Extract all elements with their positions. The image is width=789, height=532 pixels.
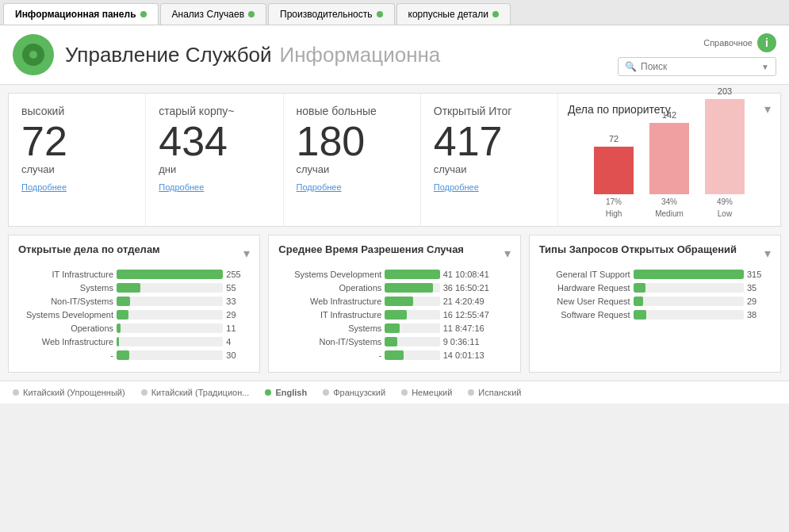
hbar-fill <box>117 283 140 293</box>
tab-parts[interactable]: корпусные детали <box>396 3 511 25</box>
list-item: General IT Support 315 <box>539 270 771 279</box>
footer-lang-english[interactable]: English <box>265 388 307 397</box>
hbar-label: Systems Development <box>278 270 381 279</box>
priority-chart-menu[interactable]: ▾ <box>764 101 771 117</box>
list-item: Software Request 38 <box>539 310 771 320</box>
hbar-label: Systems Development <box>18 310 113 320</box>
hbar-label: Systems <box>18 283 113 293</box>
list-item: IT Infrastructure 255 <box>18 270 250 279</box>
footer-lang-spanish[interactable]: Испанский <box>468 388 521 397</box>
hbar-track <box>634 310 744 320</box>
hbar-value: 9 0:36:11 <box>443 337 511 346</box>
request-types-card: Типы Запросов Открытых Обращений ▾ Gener… <box>529 235 781 373</box>
hbar-label: Non-IT/Systems <box>18 297 113 306</box>
hbar-label: Software Request <box>539 310 630 320</box>
help-area: Справочное i <box>703 33 776 52</box>
search-input[interactable] <box>641 61 752 72</box>
avg-resolution-menu[interactable]: ▾ <box>504 246 511 261</box>
tab-case-analysis-label: Анализ Случаев <box>172 9 245 20</box>
hbar-fill <box>385 283 433 293</box>
search-box[interactable]: 🔍 ▼ <box>618 57 776 76</box>
stat-new-number: 180 <box>297 121 408 162</box>
footer-lang-label: Китайский (Традицион... <box>151 388 250 397</box>
help-icon[interactable]: i <box>757 33 776 52</box>
search-dropdown-arrow[interactable]: ▼ <box>761 63 769 71</box>
bar-medium-fill <box>649 123 689 194</box>
hbar-track <box>385 337 439 346</box>
tab-productivity-label: Производительность <box>280 9 372 20</box>
hbar-track <box>117 310 223 320</box>
bar-high-value: 72 <box>609 134 619 144</box>
footer-lang-french[interactable]: Французский <box>323 388 385 397</box>
main-content: высокий 72 случаи Подробнее старый корпу… <box>0 85 789 381</box>
hbar-value: 33 <box>226 297 250 306</box>
stat-old: старый корпу~ 434 дни Подробнее <box>146 94 283 226</box>
hbar-track <box>385 350 439 360</box>
stat-high-label: высокий <box>21 105 132 117</box>
hbar-track <box>634 283 744 293</box>
list-item: Operations 36 16:50:21 <box>278 283 510 293</box>
hbar-label: - <box>278 350 381 360</box>
logo <box>13 34 54 75</box>
bottom-row: Открытые дела по отделам ▾ IT Infrastruc… <box>8 235 781 373</box>
footer-lang-german[interactable]: Немецкий <box>401 388 452 397</box>
stat-high-link[interactable]: Подробнее <box>21 182 67 192</box>
hbar-track <box>385 297 439 306</box>
bar-medium-xlabel: Medium <box>655 209 684 218</box>
search-icon: 🔍 <box>625 61 637 72</box>
bar-medium: 142 34% Medium <box>649 110 689 218</box>
list-item: Non-IT/Systems 33 <box>18 297 250 306</box>
stat-old-label: старый корпу~ <box>159 105 270 117</box>
hbar-label: Hardware Request <box>539 283 630 293</box>
footer-lang-chinese-simplified[interactable]: Китайский (Упрощенный) <box>13 388 125 397</box>
footer-lang-label: English <box>275 388 307 397</box>
bar-low-fill <box>705 99 745 194</box>
hbar-fill <box>634 310 647 320</box>
hbar-value: 36 16:50:21 <box>443 283 511 293</box>
tab-dashboard[interactable]: Информационная панель <box>3 3 159 25</box>
stat-new-sublabel: случаи <box>297 163 408 175</box>
footer: Китайский (Упрощенный) Китайский (Традиц… <box>0 381 789 404</box>
hbar-track <box>385 310 439 320</box>
open-cases-menu[interactable]: ▾ <box>243 246 250 261</box>
footer-lang-chinese-traditional[interactable]: Китайский (Традицион... <box>141 388 250 397</box>
list-item: Systems Development 41 10:08:41 <box>278 270 510 279</box>
hbar-label: IT Infrastructure <box>278 310 381 320</box>
hbar-label: Web Infrastructure <box>278 297 381 306</box>
hbar-fill <box>385 297 413 306</box>
list-item: - 14 0:01:13 <box>278 350 510 360</box>
footer-dot <box>13 389 19 396</box>
bar-low-pct: 49% <box>717 197 733 206</box>
bar-high-xlabel: High <box>606 209 622 218</box>
tabs-bar: Информационная панель Анализ Случаев Про… <box>0 0 789 25</box>
open-cases-card: Открытые дела по отделам ▾ IT Infrastruc… <box>8 235 260 373</box>
tab-dashboard-dot <box>140 11 147 17</box>
hbar-track <box>117 337 223 346</box>
footer-lang-label: Французский <box>333 388 385 397</box>
request-types-menu[interactable]: ▾ <box>764 246 771 261</box>
stat-high-number: 72 <box>21 121 132 162</box>
hbar-fill <box>117 350 129 360</box>
stat-new-label: новые больные <box>297 105 408 117</box>
tab-case-analysis[interactable]: Анализ Случаев <box>160 3 267 25</box>
stat-high-sublabel: случаи <box>21 163 132 175</box>
open-cases-title: Открытые дела по отделам <box>18 243 160 255</box>
hbar-track <box>385 283 439 293</box>
tab-dashboard-label: Информационная панель <box>15 9 136 20</box>
hbar-label: Web Infrastructure <box>18 337 113 346</box>
hbar-fill <box>117 270 223 279</box>
tab-parts-label: корпусные детали <box>408 9 488 20</box>
hbar-fill <box>385 350 404 360</box>
bar-high-pct: 17% <box>606 197 622 206</box>
stat-new-link[interactable]: Подробнее <box>297 182 342 192</box>
priority-chart-card: Дела по приоритету ▾ 72 17% High 142 34%… <box>558 94 780 226</box>
tab-productivity[interactable]: Производительность <box>268 3 394 25</box>
open-cases-header: Открытые дела по отделам ▾ <box>18 243 250 263</box>
hbar-label: Operations <box>278 283 381 293</box>
hbar-fill <box>385 323 400 333</box>
list-item: Systems Development 29 <box>18 310 250 320</box>
stat-open-link[interactable]: Подробнее <box>434 182 479 192</box>
stat-old-link[interactable]: Подробнее <box>159 182 204 192</box>
footer-lang-label: Немецкий <box>412 388 452 397</box>
request-types-rows: General IT Support 315 Hardware Request … <box>539 270 771 320</box>
